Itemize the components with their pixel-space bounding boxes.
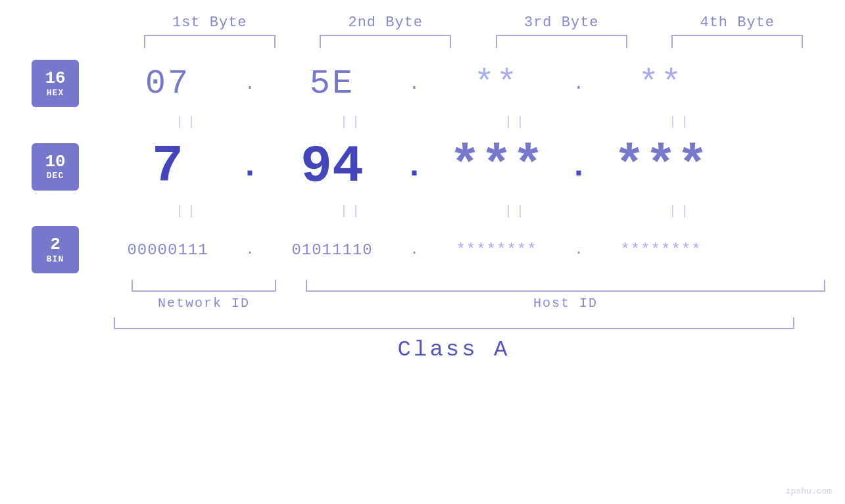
dec-byte2: 94: [263, 137, 401, 196]
sep2-b2: ||: [283, 204, 421, 219]
bracket-top-1: [144, 35, 276, 48]
hex-byte2: 5E: [263, 64, 401, 103]
bottom-bracket-area: Network ID Host ID: [122, 280, 825, 311]
bin-dot2: .: [401, 242, 427, 258]
bin-dot1: .: [237, 242, 263, 258]
dec-badge-label: DEC: [47, 171, 64, 181]
dec-badge: 10 DEC: [32, 143, 79, 191]
class-label: Class A: [398, 337, 510, 362]
hex-section: 16 HEX 07 . 5E . ** . **: [0, 60, 845, 107]
sep-equals-row-2: || || || ||: [118, 204, 845, 219]
sep-row-2: || || || ||: [0, 196, 845, 226]
bin-badge-number: 2: [50, 235, 60, 254]
byte1-header: 1st Byte: [137, 14, 282, 31]
hex-badge-number: 16: [45, 69, 65, 88]
byte3-header: 3rd Byte: [489, 14, 634, 31]
bin-byte3: ********: [427, 241, 566, 259]
hex-badge-label: HEX: [47, 88, 64, 98]
bin-badge-label: BIN: [47, 254, 64, 264]
bracket-top-4: [671, 35, 803, 48]
dec-badge-number: 10: [45, 152, 65, 172]
host-id-label: Host ID: [533, 296, 598, 311]
dec-byte4: ***: [592, 137, 730, 196]
dec-dot2: .: [401, 148, 427, 185]
bracket-bottom-host: [306, 280, 825, 292]
byte-headers-row: 1st Byte 2nd Byte 3rd Byte 4th Byte: [122, 14, 825, 31]
bracket-top-3: [496, 35, 627, 48]
top-brackets: [122, 35, 825, 48]
watermark: ipshu.com: [786, 486, 832, 496]
bin-badge: 2 BIN: [32, 226, 79, 273]
hex-byte1: 07: [99, 64, 237, 103]
sep2-b4: ||: [612, 204, 750, 219]
sep-row-1: || || || ||: [0, 107, 845, 137]
dec-dot3: .: [566, 148, 592, 185]
hex-byte3: **: [427, 64, 566, 103]
hex-byte4: **: [592, 64, 730, 103]
sep1-b1: ||: [118, 114, 256, 129]
dec-values-row: 7 . 94 . *** . ***: [99, 137, 845, 196]
bin-byte4: ********: [592, 241, 730, 259]
byte4-header: 4th Byte: [665, 14, 809, 31]
hex-dot2: .: [401, 74, 427, 94]
bin-values-row: 00000111 . 01011110 . ******** . *******…: [99, 241, 845, 259]
dec-dot1: .: [237, 148, 263, 185]
hex-dot3: .: [566, 74, 592, 94]
bracket-top-2: [320, 35, 451, 48]
network-id-label: Network ID: [158, 296, 250, 311]
sep1-b3: ||: [447, 114, 585, 129]
bin-dot3: .: [566, 242, 592, 258]
class-section: Class A: [92, 317, 815, 362]
hex-values-row: 07 . 5E . ** . **: [99, 64, 845, 103]
class-bracket: [114, 317, 794, 329]
sep1-b2: ||: [283, 114, 421, 129]
bin-byte2: 01011110: [263, 241, 401, 259]
dec-section: 10 DEC 7 . 94 . *** . ***: [0, 137, 845, 196]
bin-byte1: 00000111: [99, 241, 237, 259]
byte2-header: 2nd Byte: [313, 14, 458, 31]
sep-equals-row-1: || || || ||: [118, 114, 845, 129]
sep2-b1: ||: [118, 204, 256, 219]
dec-byte3: ***: [427, 137, 566, 196]
main-layout: 1st Byte 2nd Byte 3rd Byte 4th Byte 16 H…: [0, 0, 845, 504]
dec-byte1: 7: [99, 137, 237, 196]
hex-badge: 16 HEX: [32, 60, 79, 107]
sep1-b4: ||: [612, 114, 750, 129]
sep2-b3: ||: [447, 204, 585, 219]
bracket-bottom-network: [132, 280, 276, 292]
host-bracket: Host ID: [306, 280, 825, 311]
bin-section: 2 BIN 00000111 . 01011110 . ******** . *…: [0, 226, 845, 273]
hex-dot1: .: [237, 74, 263, 94]
network-bracket: Network ID: [122, 280, 286, 311]
